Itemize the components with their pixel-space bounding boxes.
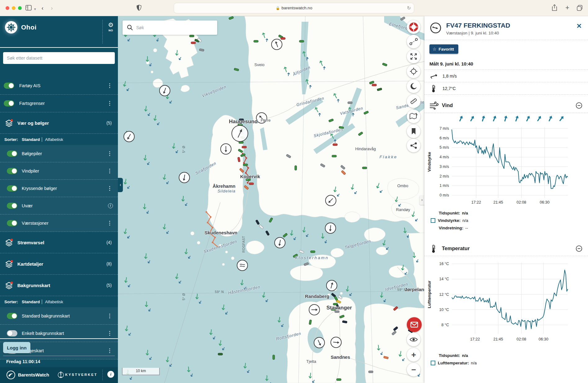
kebab-menu-icon[interactable] xyxy=(107,100,112,107)
layer-item-v-rstasjoner[interactable]: Værstasjoner xyxy=(0,214,118,232)
toggle-vindpiler[interactable] xyxy=(7,168,17,174)
vessel-marker[interactable] xyxy=(283,233,288,238)
weather-station-marker[interactable] xyxy=(275,237,285,248)
zoom-out-button[interactable]: − xyxy=(407,363,420,376)
forward-button[interactable]: › xyxy=(51,4,53,12)
weather-station-marker[interactable] xyxy=(221,144,231,154)
info-icon[interactable]: i xyxy=(108,203,113,208)
night-mode-button[interactable] xyxy=(407,79,420,93)
fullscreen-button[interactable] xyxy=(407,50,420,63)
share-icon[interactable] xyxy=(552,4,557,11)
toggle-v-rstasjoner[interactable] xyxy=(7,220,17,226)
weather-station-marker[interactable] xyxy=(325,195,336,206)
weather-station-marker[interactable] xyxy=(325,223,336,233)
contact-mail-button[interactable] xyxy=(407,317,422,332)
kebab-menu-icon[interactable] xyxy=(107,168,112,174)
kebab-menu-icon[interactable] xyxy=(107,313,112,319)
weather-station-marker[interactable] xyxy=(331,337,341,348)
toggle-standard-bakgrunnskart[interactable] xyxy=(7,313,17,319)
weather-station-marker[interactable] xyxy=(159,85,170,96)
layer-group-str-mvarsel[interactable]: Strømvarsel(4) xyxy=(0,232,118,253)
sorter-option-alfabetisk[interactable]: Alfabetisk xyxy=(45,300,63,304)
info-button[interactable]: i xyxy=(107,371,114,378)
barentswatch-logo-text[interactable]: BarentsWatch xyxy=(18,372,49,377)
lufttemperatur-checkbox[interactable] xyxy=(431,361,435,365)
vessel-marker[interactable] xyxy=(234,68,239,71)
map-info-button[interactable]: ? xyxy=(407,110,420,123)
locate-button[interactable] xyxy=(407,65,420,78)
kystverket-logo-text[interactable]: KYSTVERKET xyxy=(65,373,97,376)
layer-group-kartdetaljer[interactable]: Kartdetaljer(8) xyxy=(0,253,118,275)
toggle-kryssende-b-lger[interactable] xyxy=(7,185,17,192)
weather-station-marker[interactable] xyxy=(326,280,337,291)
weather-station-marker[interactable] xyxy=(237,260,248,271)
minimize-window-button[interactable] xyxy=(12,6,16,10)
sidebar-toggle-icon[interactable] xyxy=(25,5,32,11)
weather-station-marker[interactable] xyxy=(272,39,282,50)
toggle-fartsgrenser[interactable] xyxy=(4,100,14,106)
share-button[interactable] xyxy=(407,139,420,152)
vessel-marker[interactable] xyxy=(269,218,273,223)
vessel-marker[interactable] xyxy=(199,49,204,52)
vessel-marker[interactable] xyxy=(299,250,304,253)
maximize-window-button[interactable] xyxy=(18,6,22,10)
layer-group-bakgrunnskart[interactable]: Bakgrunnskart(5) xyxy=(0,275,118,296)
sidebar-collapse-handle[interactable]: ‹ xyxy=(118,178,123,192)
map-canvas[interactable]: HolmeosenEtnefjordenÅlfjordenSveioViksef… xyxy=(118,16,424,383)
vessel-marker[interactable] xyxy=(190,35,194,37)
vessel-marker[interactable] xyxy=(244,185,249,190)
url-bar[interactable]: 🔒barentswatch.no ↻ xyxy=(174,3,414,13)
vessel-marker[interactable] xyxy=(255,220,259,225)
weather-station-marker[interactable] xyxy=(179,172,190,183)
chevron-down-icon[interactable]: ▼ xyxy=(34,6,37,13)
close-window-button[interactable] xyxy=(6,6,9,10)
reload-icon[interactable]: ↻ xyxy=(407,3,411,13)
vessel-marker[interactable] xyxy=(273,355,275,360)
collapse-wind-icon[interactable] xyxy=(576,102,582,109)
vessel-marker[interactable] xyxy=(348,102,352,104)
sorter-option-standard[interactable]: Standard xyxy=(22,137,40,142)
vessel-marker[interactable] xyxy=(218,353,223,355)
help-button[interactable] xyxy=(407,20,420,34)
layer-item-kryssende-b-lger[interactable]: Kryssende bølger xyxy=(0,180,118,197)
vessel-marker[interactable] xyxy=(372,84,377,86)
vessel-marker[interactable] xyxy=(337,379,341,381)
kebab-menu-icon[interactable] xyxy=(107,185,112,192)
settings-button[interactable]: ⚙ NO xyxy=(107,22,115,32)
layer-item-vindpiler[interactable]: Vindpiler xyxy=(0,162,118,180)
vessel-marker[interactable] xyxy=(369,371,373,373)
sorter-option-standard[interactable]: Standard xyxy=(22,300,40,304)
collapse-temp-icon[interactable] xyxy=(576,245,582,252)
close-icon[interactable]: ✕ xyxy=(576,22,582,30)
vessel-marker[interactable] xyxy=(246,179,251,181)
vessel-marker[interactable] xyxy=(191,42,196,44)
eye-button[interactable] xyxy=(407,333,420,346)
vessel-marker[interactable] xyxy=(243,164,248,166)
login-button[interactable]: Logg inn xyxy=(3,342,30,353)
vessel-marker[interactable] xyxy=(295,166,297,170)
kebab-menu-icon[interactable] xyxy=(107,330,112,336)
weather-station-marker[interactable] xyxy=(314,337,325,348)
bookmark-button[interactable] xyxy=(407,124,420,138)
kebab-menu-icon[interactable] xyxy=(107,150,112,157)
toggle-fart-y-ais[interactable] xyxy=(4,83,14,89)
favorite-button[interactable]: ☆Favoritt xyxy=(429,44,458,54)
tabs-overview-icon[interactable] xyxy=(577,5,583,11)
vessel-marker[interactable] xyxy=(242,146,247,148)
vessel-marker[interactable] xyxy=(362,167,367,169)
layer-item-fart-y-ais[interactable]: Fartøy AIS xyxy=(0,77,118,95)
sorter-option-alfabetisk[interactable]: Alfabetisk xyxy=(45,137,63,142)
vessel-marker[interactable] xyxy=(299,40,304,42)
vindstyrke-checkbox[interactable] xyxy=(431,218,435,223)
layer-group-v-r-og-b-lger[interactable]: Vær og bølger(5) xyxy=(0,112,118,134)
layer-item-standard-bakgrunnskart[interactable]: Standard bakgrunnskart xyxy=(0,307,118,325)
weather-station-marker[interactable] xyxy=(232,125,248,142)
weather-station-marker[interactable] xyxy=(309,304,320,315)
vessel-marker[interactable] xyxy=(265,231,269,236)
route-button[interactable] xyxy=(407,35,420,48)
map-search-input[interactable] xyxy=(136,20,214,35)
vessel-marker[interactable] xyxy=(254,40,258,42)
vessel-marker[interactable] xyxy=(333,144,338,146)
kebab-menu-icon[interactable] xyxy=(107,220,112,226)
new-tab-button[interactable]: + xyxy=(565,4,569,11)
